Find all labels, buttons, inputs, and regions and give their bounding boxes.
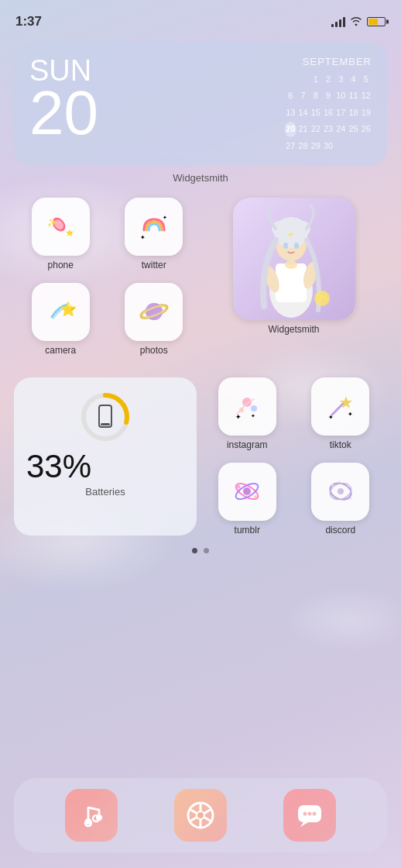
calendar-day: 1 (310, 72, 321, 87)
wifi-icon (350, 16, 362, 28)
dock-music[interactable] (65, 789, 118, 842)
svg-point-69 (312, 812, 316, 816)
calendar-day: 10 (335, 88, 346, 103)
svg-point-67 (303, 812, 307, 816)
calendar-day: 19 (361, 105, 372, 120)
bottom-section: 33% Batteries ✦ ✦ instagra (0, 371, 401, 542)
calendar-month: SEPTEMBER (285, 56, 372, 67)
calendar-day: 9 (323, 88, 334, 103)
widgetsmith-large-icon (233, 198, 355, 320)
calendar-day: 5 (361, 72, 372, 87)
signal-icon (331, 16, 345, 27)
calendar-left: SUN 20 (29, 56, 98, 144)
svg-point-39 (243, 487, 251, 495)
page-dot-1 (192, 548, 197, 553)
page-dot-2 (204, 548, 209, 553)
app-tumblr[interactable]: tumblr (200, 456, 294, 542)
svg-point-19 (294, 243, 299, 249)
svg-line-54 (88, 808, 99, 810)
tumblr-icon (218, 463, 276, 521)
svg-point-46 (338, 488, 344, 494)
calendar-widget[interactable]: SUN 20 SEPTEMBER 12345678910111213141516… (14, 42, 387, 166)
svg-point-53 (96, 815, 102, 821)
calendar-day: 15 (310, 105, 321, 120)
app-photos[interactable]: photos (108, 277, 201, 362)
status-time: 1:37 (15, 14, 42, 29)
phone-label: phone (48, 260, 74, 270)
battery-widget[interactable]: 33% Batteries (14, 377, 197, 536)
calendar-grid: 1234567891011121314151617181920212223242… (285, 72, 372, 153)
app-grid: ✨ ⭐ phone ✦ ✦ twitter (0, 191, 401, 362)
calendar-day: 18 (348, 105, 359, 120)
calendar-day: 2 (323, 72, 334, 87)
svg-text:✦: ✦ (348, 411, 353, 418)
app-phone[interactable]: ✨ ⭐ phone (14, 191, 108, 277)
calendar-day: 14 (298, 105, 309, 120)
app-instagram[interactable]: ✦ ✦ instagram (200, 371, 294, 456)
calendar-top: SUN 20 SEPTEMBER 12345678910111213141516… (29, 56, 372, 153)
calendar-day: 13 (285, 105, 296, 120)
camera-label: camera (45, 345, 76, 356)
home-screen: 1:37 SUN 20 (0, 0, 401, 868)
dock (14, 778, 387, 852)
instagram-label: instagram (227, 439, 268, 450)
calendar-day: 30 (323, 139, 334, 153)
page-dots (0, 548, 401, 553)
calendar-day: 11 (348, 88, 359, 103)
dock-messages[interactable] (283, 789, 336, 842)
calendar-right: SEPTEMBER 123456789101112131415161718192… (285, 56, 372, 153)
battery-ring-container (26, 390, 184, 444)
svg-line-64 (190, 817, 197, 822)
svg-text:✦: ✦ (163, 215, 167, 220)
svg-line-63 (204, 817, 211, 822)
svg-point-42 (237, 485, 241, 489)
camera-icon: ⭐ (32, 283, 90, 341)
svg-text:⭐: ⭐ (66, 229, 74, 236)
svg-text:✦: ✦ (140, 234, 146, 241)
calendar-day: 29 (310, 139, 321, 153)
svg-rect-29 (101, 423, 110, 425)
app-discord[interactable]: discord (294, 456, 388, 542)
calendar-day: 26 (361, 122, 372, 136)
calendar-day: 21 (298, 122, 309, 136)
tumblr-label: tumblr (235, 525, 260, 536)
calendar-day (285, 72, 296, 87)
battery-label: Batteries (26, 486, 184, 498)
widgetsmith-large-label: Widgetsmith (268, 324, 319, 335)
svg-point-18 (283, 243, 288, 249)
twitter-icon: ✦ ✦ (125, 198, 183, 256)
calendar-day (361, 139, 372, 153)
calendar-day: 17 (335, 105, 346, 120)
app-widgetsmith-large[interactable]: Widgetsmith (200, 191, 387, 362)
twitter-label: twitter (142, 260, 166, 270)
calendar-day: 23 (323, 122, 334, 136)
calendar-day (298, 72, 309, 87)
app-twitter[interactable]: ✦ ✦ twitter (108, 191, 201, 277)
svg-text:✨: ✨ (47, 218, 57, 228)
battery-ring-svg (78, 390, 132, 444)
right-apps-grid: ✦ ✦ instagram ✦ ✦ (200, 371, 387, 542)
tiktok-icon: ✦ ✦ (311, 377, 369, 436)
app-tiktok[interactable]: ✦ ✦ tiktok (294, 371, 388, 456)
dock-chrome[interactable] (174, 789, 227, 842)
widgetsmith-label: Widgetsmith (0, 172, 401, 184)
battery-icon (367, 17, 386, 26)
app-camera[interactable]: ⭐ camera (14, 277, 108, 362)
calendar-day (335, 139, 346, 153)
battery-fill (368, 19, 378, 25)
svg-point-50 (349, 498, 351, 500)
svg-line-65 (204, 809, 211, 814)
calendar-day (348, 139, 359, 153)
calendar-day: 12 (361, 88, 372, 103)
calendar-day: 27 (285, 139, 296, 153)
calendar-day: 22 (310, 122, 321, 136)
svg-point-68 (307, 812, 311, 816)
calendar-day: 3 (335, 72, 346, 87)
photos-label: photos (140, 345, 168, 356)
calendar-day: 20 (285, 122, 296, 136)
battery-percentage: 33% (26, 450, 184, 483)
calendar-day: 28 (298, 139, 309, 153)
svg-point-48 (348, 485, 350, 487)
calendar-day: 24 (335, 122, 346, 136)
instagram-icon: ✦ ✦ (218, 377, 276, 436)
